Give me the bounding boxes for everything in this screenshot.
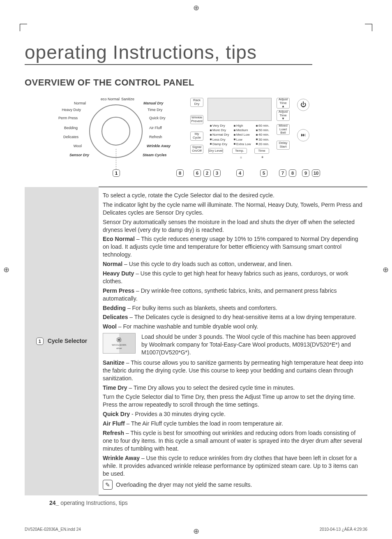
- callout-3: 3: [213, 169, 221, 177]
- opt: Normal Dry: [212, 132, 229, 137]
- dial-label-heavy: Heavy Duty: [62, 108, 81, 112]
- button-panel-diagram: RackDry WrinklePrevent MyCycle SignalOn/…: [188, 95, 336, 176]
- callout-9: 9: [302, 169, 309, 177]
- start-pause-button: ⏭: [297, 129, 309, 141]
- crop-mark: [365, 24, 372, 31]
- dial-label-steam: Steam Cycles: [143, 153, 167, 157]
- woolmark-sub: silver: [116, 347, 122, 350]
- delay-start-btn: DelayStart: [277, 141, 290, 150]
- callout-4: 4: [236, 169, 244, 177]
- txt: – Use this cycle to get high heat for he…: [103, 270, 348, 285]
- dial-label-refresh: Refresh: [149, 135, 162, 139]
- p: Sanitize – This course allows you to san…: [103, 359, 363, 382]
- lbl: Eco Normal: [103, 236, 135, 242]
- adjust-dn-btn: AdjustTime▼: [277, 110, 290, 121]
- sun-icon: ☼: [240, 155, 242, 159]
- txt: – Use this cycle to dry loads such as co…: [122, 261, 293, 267]
- temp-column: High Medium Med Low Low Extra Low: [234, 123, 251, 146]
- dial-label-airfluff: Air Fluff: [149, 126, 162, 130]
- callout-8a: 8: [176, 169, 184, 177]
- opt: Med Low: [236, 132, 249, 137]
- registration-mark-left: ⊕: [3, 265, 9, 274]
- opt: Damp Dry: [212, 142, 227, 146]
- my-cycle-button: MyCycle: [190, 132, 203, 141]
- mixed-load-btn: MixedLoadBell: [277, 124, 290, 135]
- signal-button: SignalOn/Off: [190, 145, 203, 154]
- opt: 60 min.: [258, 123, 269, 128]
- dry-level-btn: Dry Level: [208, 148, 223, 154]
- page-number: 24_: [49, 500, 59, 506]
- opt: Less Dry: [212, 137, 226, 142]
- lbl: Wool: [103, 323, 117, 330]
- p: Quick Dry - Provides a 30 minutes drying…: [103, 410, 363, 418]
- registration-mark-top: ⊕: [193, 3, 199, 12]
- p: Sensor Dry automatically senses the mois…: [103, 218, 363, 234]
- opt: High: [236, 123, 243, 128]
- dial-label-sanitize: Sanitize: [121, 97, 134, 101]
- txt: – The Air Fluff cycle tumbles the load i…: [125, 420, 283, 427]
- p: Turn the Cycle Selector dial to Time Dry…: [103, 393, 363, 409]
- light-icon: ☀: [261, 155, 264, 159]
- p: Wool – For machine washable and tumble d…: [103, 323, 363, 331]
- note-text: Overloading the dryer may not yield the …: [116, 481, 252, 489]
- dial-label-delicates: Delicates: [63, 135, 78, 139]
- p: The indicator light by the cycle name wi…: [103, 201, 363, 217]
- indd-name: DV520AE-02836A_EN.indd 24: [25, 527, 81, 532]
- opt: 40 min.: [258, 132, 269, 137]
- txt: – For machine washable and tumble dryabl…: [117, 323, 258, 330]
- time-column: 60 min. 50 min. 40 min. 30 min. 20 min.: [256, 123, 269, 146]
- dial-label-timedry: Time Dry: [148, 108, 162, 112]
- power-button: ⏻: [297, 99, 309, 111]
- lbl: Normal: [103, 261, 122, 267]
- callout-5: 5: [260, 169, 267, 177]
- lbl: Refresh: [103, 430, 124, 436]
- p: To select a cycle, rotate the Cycle Sele…: [103, 192, 363, 199]
- txt: – This cycle is best for smoothing out w…: [103, 430, 362, 452]
- page-footer: 24_ operating Instructions, tips: [49, 500, 128, 506]
- opt: Low: [236, 137, 242, 142]
- callout-7: 7: [279, 169, 286, 177]
- lbl: Air Fluff: [103, 420, 125, 427]
- cycle-selector-dial-diagram: eco Normal Sanitize Normal Heavy Duty Pe…: [56, 95, 180, 176]
- txt: – Use this cycle to reduce wrinkles from…: [103, 455, 358, 477]
- woolmark-label: WOOLMARK: [112, 343, 127, 347]
- description-table: 1 Cycle Selector To select a cycle, rota…: [25, 186, 367, 496]
- woolmark-badge: ֎ WOOLMARK silver: [103, 333, 136, 354]
- row-num: 1: [36, 338, 44, 345]
- p: Time Dry – Time Dry allows you to select…: [103, 384, 363, 392]
- opt: 30 min.: [258, 137, 269, 142]
- txt: – The Delicates cycle is designed to dry…: [128, 314, 356, 320]
- wrinkle-prevent-button: WrinklePrevent: [190, 115, 203, 124]
- control-panel-diagram: eco Normal Sanitize Normal Heavy Duty Pe…: [25, 95, 367, 176]
- dial-label-manualdry: Manual Dry: [143, 101, 164, 105]
- lcd-display: [208, 98, 272, 121]
- lbl: Perm Press: [103, 287, 134, 294]
- dial-label-wrinkleaway: Wrinkle Away: [147, 144, 171, 148]
- p: Heavy Duty – Use this cycle to get high …: [103, 270, 363, 285]
- opt: Extra Low: [236, 142, 251, 146]
- p: Bedding – For bulky items such as blanke…: [103, 304, 363, 312]
- p: Delicates – The Delicates cycle is desig…: [103, 313, 363, 321]
- opt: Very Dry: [212, 123, 225, 128]
- dial-label-bedding: Bedding: [64, 126, 78, 130]
- p: Refresh – This cycle is best for smoothi…: [103, 429, 363, 453]
- page-label: operating Instructions, tips: [59, 500, 127, 506]
- page-title: operating Instructions, tips: [25, 41, 312, 65]
- wool-detail-text: Load should be under 3 pounds. The Wool …: [141, 333, 363, 356]
- crop-mark: [20, 24, 27, 31]
- note-icon: ✎: [103, 480, 113, 490]
- callout-6: 6: [194, 169, 201, 177]
- txt: – For bulky items such as blankets, shee…: [126, 305, 277, 311]
- dial-label-wool: Wool: [74, 144, 82, 148]
- print-date: 2010-04-13 ¿ÀÈÄ 4:29:36: [320, 527, 367, 532]
- dial-label-eco: eco Normal: [101, 97, 120, 101]
- p: Wrinkle Away – Use this cycle to reduce …: [103, 454, 363, 478]
- lbl: Sanitize: [103, 359, 125, 366]
- lbl: Heavy Duty: [103, 270, 134, 277]
- txt: – This cycle reduces energy usage by 10%…: [103, 236, 358, 258]
- opt: Medium: [236, 128, 248, 132]
- txt: - Provides a 30 minutes drying cycle.: [130, 411, 226, 417]
- callout-8b: 8: [289, 169, 296, 177]
- txt: – Dry wrinkle-free cottons, synthetic fa…: [103, 287, 337, 302]
- callout-1: 1: [113, 169, 120, 177]
